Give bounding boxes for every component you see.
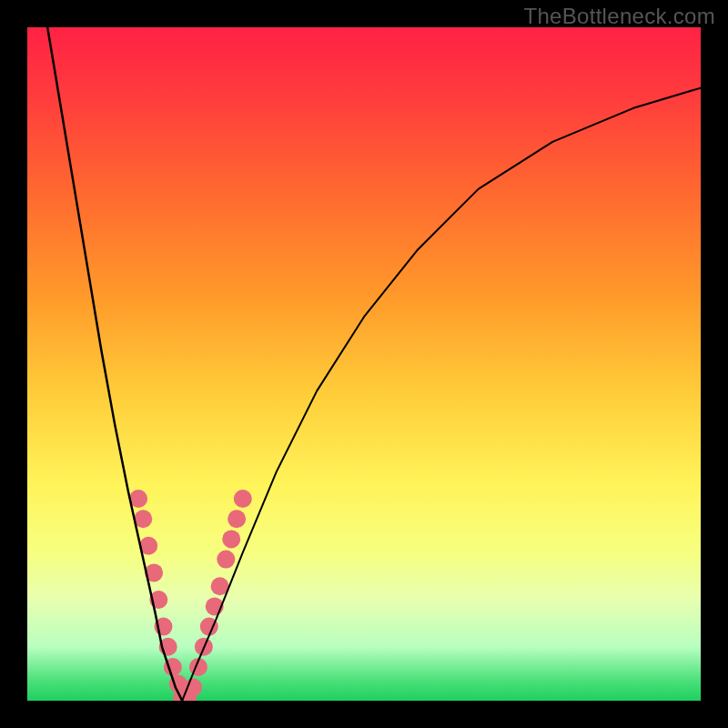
curve-group — [47, 27, 701, 701]
watermark-text: TheBottleneck.com — [523, 4, 715, 29]
marker-dot — [234, 490, 252, 508]
marker-dot — [228, 510, 246, 528]
marker-dot — [184, 678, 202, 696]
marker-dot — [217, 551, 235, 569]
curve-right-branch — [182, 88, 701, 701]
marker-dot — [222, 530, 240, 548]
marker-group — [129, 490, 252, 701]
chart-frame: TheBottleneck.com — [0, 0, 728, 728]
chart-overlay-svg — [27, 27, 701, 701]
